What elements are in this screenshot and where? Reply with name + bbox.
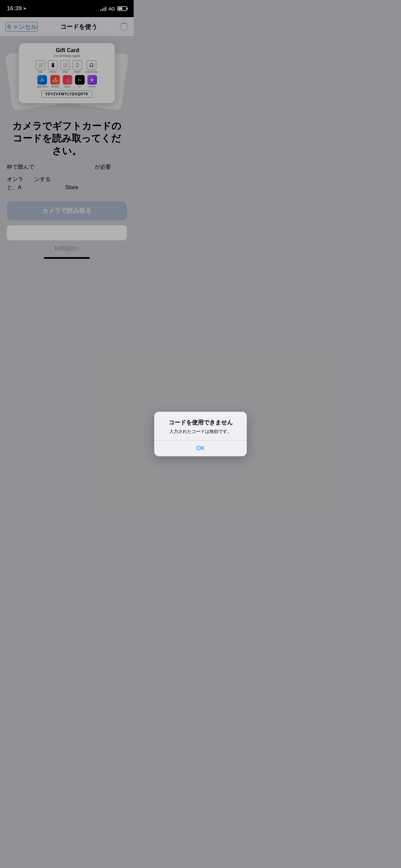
alert-overlay: コードを使用できません 入力されたコードは無効です。 OK [0,0,134,289]
